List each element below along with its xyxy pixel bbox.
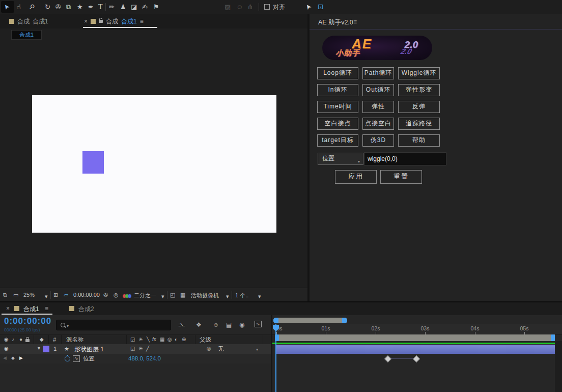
shy-layers-icon[interactable]: ☺ [213,322,219,328]
snapshot-icon[interactable]: ✇ [103,292,108,298]
hand-tool-icon[interactable]: ☝ [17,4,21,10]
multi-view-icon[interactable]: ⧉ [3,292,7,298]
keyframe-diamond[interactable] [384,355,391,362]
panel-menu-icon[interactable]: ≡ [45,305,48,312]
fx-switch-icon[interactable]: fx [152,337,156,342]
mini-flowchart-icon[interactable]: ⌥ [178,322,185,328]
expand-arrow-icon[interactable]: ▼ [37,346,41,351]
camera-tool-icon[interactable]: ✇ [55,4,61,10]
bounce-button[interactable]: 反弹 [398,101,440,113]
view-layout-select[interactable]: 1 个.. [235,292,248,299]
loop-button[interactable]: Loop循环 [317,67,358,79]
work-area-bar[interactable] [275,334,555,341]
parent-pickwhip-icon[interactable]: ◎ [207,346,211,351]
in-loop-button[interactable]: In循环 [317,84,358,96]
navigator-end-handle[interactable] [342,318,347,323]
panel-menu-icon[interactable]: ≡ [140,18,144,25]
elastic-deform-button[interactable]: 弹性形变 [398,84,440,96]
add-keyframe-icon[interactable]: ◆ [11,356,15,360]
magnification-select[interactable]: 25% [23,292,35,298]
property-dropdown[interactable]: 位置 ▾ [318,153,363,165]
audio-icon[interactable]: ♪ [12,337,14,342]
layer-duration-bar[interactable] [276,345,562,354]
eye-icon[interactable]: ◉ [4,337,9,342]
roto-brush-tool-icon[interactable]: ✍ [142,4,148,10]
mask-visibility-icon[interactable]: ▱ [64,292,68,298]
effects-switch-icon[interactable]: ☀ [138,346,143,351]
prev-keyframe-icon[interactable]: ◀ [3,356,7,360]
out-loop-button[interactable]: Out循环 [362,84,394,96]
comp-tab-inactive[interactable]: 合成 合成1 [9,14,48,29]
wiggle-loop-button[interactable]: Wiggle循环 [398,67,440,79]
layer-color-swatch[interactable] [43,346,49,352]
half-circle-switch-icon[interactable]: ◐ [175,337,178,342]
point-to-null-button[interactable]: 点接空白 [362,118,394,130]
resolution-select[interactable]: 二分之一 [134,292,156,299]
lock-icon[interactable] [25,339,30,342]
layer-name[interactable]: 形状图层 1 [74,346,104,352]
effects-switch-icon[interactable]: ☀ [138,337,143,342]
expression-input[interactable] [364,152,446,165]
source-name-column[interactable]: 源名称 [66,337,84,343]
eraser-tool-icon[interactable]: ◪ [131,4,137,10]
search-input[interactable] [72,321,168,329]
position-property-row[interactable]: ◀ ◆ ▶ ∿ 位置 488.0, 524.0 [0,354,272,363]
grid-options-icon[interactable]: ⊞ [53,292,58,298]
help-button[interactable]: 帮助 [398,134,440,147]
text-tool-icon[interactable]: T [98,4,103,11]
channels-icon[interactable] [124,293,131,299]
close-icon[interactable]: × [6,305,10,312]
time-navigator-bar[interactable] [273,318,347,323]
draft-3d-icon[interactable]: ❖ [196,322,202,328]
eye-icon[interactable]: ◉ [4,346,9,351]
pen-tool-icon[interactable]: ✒ [88,4,94,10]
target-button[interactable]: target目标 [317,134,358,147]
search-box[interactable]: ▾ [56,320,171,330]
keyframe-diamond[interactable] [413,355,420,362]
quality-switch-icon[interactable]: ◲ [130,346,135,351]
zoom-tool-icon[interactable]: ⚲ [28,3,36,11]
navigator-start-handle[interactable] [273,318,278,323]
fake-3d-button[interactable]: 伪3D [362,134,394,147]
lock-icon[interactable] [99,20,103,23]
solo-icon[interactable]: ● [19,337,22,342]
workspace-icon[interactable]: ⊡ [318,3,324,10]
quality-switch-icon[interactable]: ◲ [130,337,135,342]
path-loop-button[interactable]: Path循环 [362,67,394,79]
shape-layer-square[interactable] [82,151,104,174]
motion-blur-icon[interactable]: ◉ [239,322,244,328]
graph-icon[interactable]: ∿ [73,355,80,362]
camera-view-select[interactable]: 活动摄像机 [191,292,219,299]
number-column[interactable]: # [53,337,56,343]
pan-behind-tool-icon[interactable]: ⧉ [66,4,71,10]
null-to-point-button[interactable]: 空白接点 [317,118,358,130]
transparency-grid-icon[interactable]: ▦ [180,292,185,298]
stopwatch-icon[interactable] [65,356,70,361]
parent-dropdown[interactable]: 无 [218,346,224,352]
current-timecode[interactable]: 0:00:00:00 [4,316,51,326]
property-value[interactable]: 488.0, 524.0 [128,356,161,362]
roi-icon[interactable]: ◰ [170,292,175,298]
breadcrumb[interactable]: 合成1 [11,30,42,40]
timeline-tab-comp2[interactable]: 合成2 [78,305,94,314]
3d-switch-icon[interactable]: ⊕ [182,337,186,342]
property-name[interactable]: 位置 [83,356,95,362]
quality-slash-icon[interactable]: ╱ [146,346,149,351]
motion-blur-switch-icon[interactable]: ▦ [160,337,164,342]
time-button[interactable]: Time时间 [317,101,358,113]
parent-column[interactable]: 父级 [200,337,211,343]
rotation-tool-icon[interactable]: ↻ [45,4,50,10]
puppet-pin-tool-icon[interactable]: ⚑ [153,4,159,10]
work-area-end-handle[interactable] [551,334,555,341]
playhead-line[interactable] [275,324,276,392]
preview-timecode[interactable]: 0:00:00:00 [73,292,100,298]
adjustment-switch-icon[interactable]: ◎ [167,337,172,342]
layer-row[interactable]: ◉ ▼ 1 ★ 形状图层 1 ◲ ☀ ╱ ◎ 无 ▾ [0,344,272,354]
elastic-button[interactable]: 弹性 [362,101,394,113]
monitor-icon[interactable]: ▭ [13,292,18,298]
graph-editor-icon[interactable]: ∿ [255,321,262,327]
next-keyframe-icon[interactable]: ▶ [19,356,23,360]
shape-tool-icon[interactable]: ★ [77,4,83,10]
apply-button[interactable]: 应用 [335,170,377,184]
brush-tool-icon[interactable]: ✏ [109,4,115,10]
